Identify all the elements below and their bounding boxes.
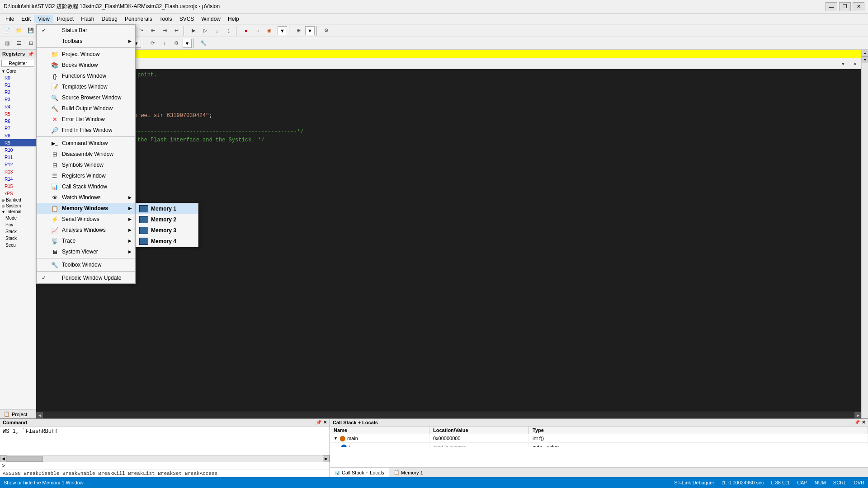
editor-scroll-right[interactable]: ▶ — [854, 412, 861, 419]
tb2-3[interactable]: ⊞ — [25, 38, 36, 48]
tb-watch[interactable]: ○ — [252, 26, 263, 36]
vm-templates-window[interactable]: 📝 Templates Window — [37, 81, 135, 92]
close-button[interactable]: ✕ — [853, 2, 864, 11]
menu-help[interactable]: Help — [224, 15, 243, 23]
maximize-button[interactable]: ❐ — [839, 2, 851, 11]
vm-system-viewer[interactable]: 🖥 System Viewer — [37, 246, 135, 257]
tb2-8[interactable]: ⟳ — [147, 38, 158, 48]
cmd-scroll-left[interactable]: ◀ — [0, 455, 7, 462]
tb-jump4[interactable]: ⇥ — [159, 26, 170, 36]
minimize-button[interactable]: — — [826, 2, 837, 11]
vm-toolbars[interactable]: Toolbars — [37, 36, 135, 47]
menu-view[interactable]: View — [34, 15, 53, 23]
vm-statusbar[interactable]: ✓ Status Bar — [37, 25, 135, 36]
vm-trace[interactable]: 📡 Trace — [37, 235, 135, 246]
vm-source-browser[interactable]: 🔍 Source Browser Window — [37, 92, 135, 103]
command-hscroll[interactable]: ◀ ▶ — [0, 455, 330, 462]
cmd-scroll-track[interactable] — [7, 455, 323, 462]
tb-debug-start[interactable]: ▶ — [188, 26, 199, 36]
core-section-header[interactable]: ▼ Core — [0, 68, 36, 74]
project-tab-bottom[interactable]: 📋 Project — [0, 409, 36, 418]
memory-sub-2[interactable]: Memory 2 — [136, 214, 198, 225]
vm-periodic-update[interactable]: ✓ Periodic Window Update — [37, 272, 135, 283]
cs-tab-stack-icon: 📊 — [335, 470, 340, 475]
vm-registers-window[interactable]: ☰ Registers Window — [37, 170, 135, 181]
cmd-scroll-right[interactable]: ▶ — [323, 455, 330, 462]
code-line-16: /* USER CODE END Init */ — [40, 152, 858, 160]
banked-section-header[interactable]: ⊕ Banked — [0, 197, 36, 203]
command-pin[interactable]: 📌 — [316, 420, 321, 425]
register-tab[interactable]: Register — [1, 60, 34, 67]
tb-new[interactable]: 📄 — [2, 26, 13, 36]
tb-dropdown1[interactable]: ▼ — [278, 26, 287, 35]
command-close[interactable]: ✕ — [323, 420, 327, 425]
memory-sub-1[interactable]: Memory 1 — [136, 203, 198, 214]
vm-call-stack[interactable]: 📊 Call Stack Window — [37, 181, 135, 192]
menu-project[interactable]: Project — [53, 15, 77, 23]
memory-sub-icon-1 — [139, 205, 148, 212]
tb2-2[interactable]: ☰ — [14, 38, 24, 48]
cs-tab-memory1[interactable]: 📋 Memory 1 — [389, 468, 428, 477]
menu-file[interactable]: File — [2, 15, 18, 23]
tb2-10[interactable]: ⚙ — [171, 38, 182, 48]
editor-scroll-left[interactable]: ◀ — [36, 412, 43, 419]
tb2-9[interactable]: ↕ — [159, 38, 170, 48]
vm-books-window[interactable]: 📚 Books Window — [37, 60, 135, 70]
vm-find-in-files[interactable]: 🔎 Find In Files Window — [37, 125, 135, 136]
vm-project-window[interactable]: 📁 Project Window — [37, 49, 135, 60]
callstack-close[interactable]: ✕ — [862, 420, 865, 425]
tb-window-layout[interactable]: ⊞ — [293, 26, 304, 36]
menu-flash[interactable]: Flash — [77, 15, 98, 23]
tb-extra1[interactable]: ◉ — [264, 26, 275, 36]
tb-break[interactable]: ● — [241, 26, 251, 36]
tb-config[interactable]: ⚙ — [321, 26, 332, 36]
scroll-up-arrow[interactable]: ▲ — [862, 50, 868, 56]
tb2-drop5[interactable]: ▼ — [183, 39, 192, 48]
vm-command-window-label: Command Window — [62, 140, 132, 146]
vm-error-list[interactable]: ✕ Error List Window — [37, 114, 135, 125]
tb-save[interactable]: 💾 — [25, 26, 36, 36]
vm-toolbox-window[interactable]: 🔧 Toolbox Window — [37, 259, 135, 270]
tb-step-into[interactable]: ↓ — [212, 26, 222, 36]
tb-step-over[interactable]: ⤵ — [223, 26, 234, 36]
editor-hscroll[interactable]: ◀ ▶ — [36, 412, 861, 418]
menu-debug[interactable]: Debug — [98, 15, 121, 23]
tb-jump3[interactable]: ⇤ — [147, 26, 158, 36]
tb-jump2[interactable]: ↷ — [136, 26, 146, 36]
tb2-1[interactable]: ▥ — [2, 38, 13, 48]
cs-tab-callstack[interactable]: 📊 Call Stack + Locals — [330, 468, 389, 477]
vm-serial-windows[interactable]: ⚡ Serial Windows — [37, 214, 135, 225]
cmd-scroll-thumb[interactable] — [7, 456, 43, 462]
tab-close-button[interactable]: ✕ — [849, 59, 860, 69]
menu-edit[interactable]: Edit — [18, 15, 34, 23]
vm-functions-window[interactable]: {} Functions Window — [37, 70, 135, 81]
tb-run[interactable]: ▷ — [200, 26, 211, 36]
system-section-header[interactable]: ⊕ System — [0, 203, 36, 209]
menu-svcs[interactable]: SVCS — [176, 15, 198, 23]
vm-sep2 — [37, 136, 135, 137]
memory-sub-3[interactable]: Memory 3 — [136, 225, 198, 236]
registers-pin-icon[interactable]: 📌 — [28, 52, 33, 56]
vm-memory-windows[interactable]: 📋 Memory Windows Memory 1 Memory 2 Memor… — [37, 203, 135, 214]
vm-command-window[interactable]: ▶_ Command Window — [37, 138, 135, 149]
vm-disassembly-window[interactable]: ⊞ Disassembly Window — [37, 149, 135, 160]
callstack-pin[interactable]: 📌 — [854, 420, 860, 425]
tb-open[interactable]: 📁 — [14, 26, 24, 36]
internal-section-header[interactable]: ▼ Internal — [0, 209, 36, 215]
menu-peripherals[interactable]: Peripherals — [121, 15, 156, 23]
vm-watch-windows[interactable]: 👁 Watch Windows — [37, 192, 135, 203]
vm-build-output[interactable]: 🔨 Build Output Window — [37, 103, 135, 114]
tb-jump5[interactable]: ↩ — [171, 26, 182, 36]
cs-type-1: auto - uchar — [529, 443, 868, 447]
tb2-11[interactable]: 🔧 — [198, 38, 209, 48]
menu-tools[interactable]: Tools — [156, 15, 176, 23]
scroll-down-arrow[interactable]: ▼ — [862, 56, 868, 63]
memory-sub-4[interactable]: Memory 4 — [136, 236, 198, 247]
tab-list-button[interactable]: ▼ — [838, 59, 849, 69]
vm-symbols-window[interactable]: ⊟ Symbols Window — [37, 160, 135, 170]
cs-expand-0[interactable]: ▼ — [334, 436, 338, 441]
right-scrollbar[interactable]: ▲ ▼ — [861, 50, 868, 418]
vm-analysis-windows[interactable]: 📈 Analysis Windows — [37, 225, 135, 235]
menu-window[interactable]: Window — [198, 15, 224, 23]
tb-dropdown2[interactable]: ▼ — [305, 26, 315, 35]
